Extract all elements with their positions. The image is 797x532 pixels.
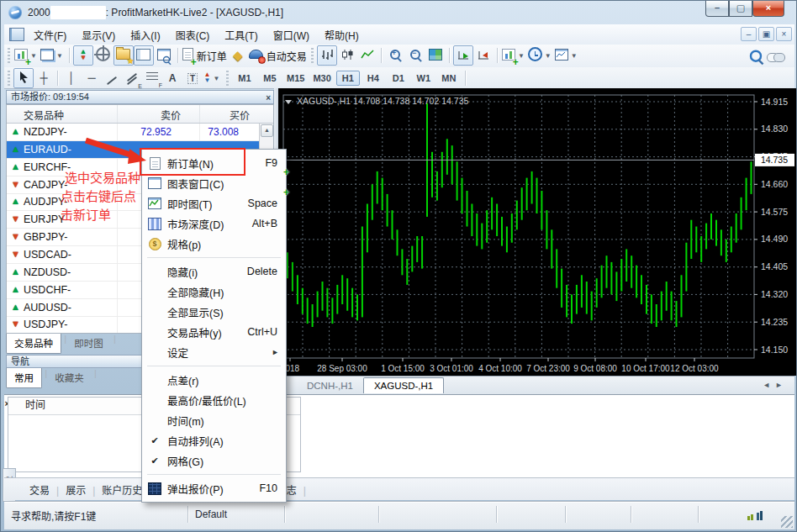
- context-menu-item[interactable]: 全部隐藏(H): [142, 282, 286, 302]
- data-window-button[interactable]: [93, 45, 113, 66]
- zoom-in-button[interactable]: +: [385, 45, 405, 66]
- navigator-tab[interactable]: 常用: [6, 368, 42, 388]
- column-header-buy[interactable]: 买价: [230, 108, 250, 122]
- maximize-button[interactable]: ▢: [729, 1, 752, 17]
- timeframe-button-h1[interactable]: H1: [336, 71, 360, 86]
- market-watch-header-row[interactable]: 交易品种卖价买价: [7, 105, 273, 124]
- search-button[interactable]: [746, 47, 766, 67]
- context-menu-item[interactable]: 即时图(T)Space: [142, 193, 286, 213]
- new-chart-button[interactable]: +▼: [13, 45, 40, 66]
- chart-shift-button[interactable]: [473, 45, 494, 66]
- timeframe-button-h4[interactable]: H4: [362, 71, 385, 86]
- equidistant-channel-button[interactable]: E: [122, 68, 142, 88]
- chevron-down-icon[interactable]: ▼: [30, 52, 37, 60]
- chat-button[interactable]: [766, 47, 786, 67]
- line-chart-button[interactable]: [357, 45, 377, 66]
- market-watch-close-icon[interactable]: ×: [266, 92, 271, 104]
- text-button[interactable]: A: [162, 68, 182, 88]
- child-window-icon[interactable]: [9, 28, 24, 41]
- fibonacci-button[interactable]: F: [142, 68, 162, 88]
- autotrading-button[interactable]: 自动交易: [248, 45, 308, 66]
- metaeditor-button[interactable]: ◆: [228, 45, 248, 66]
- minimize-button[interactable]: –: [705, 1, 729, 17]
- menubar-item[interactable]: 图表(C): [168, 24, 218, 45]
- resize-grip[interactable]: [781, 516, 793, 528]
- zoom-out-icon: −: [410, 50, 420, 62]
- context-menu-item[interactable]: 点差(r): [142, 370, 286, 390]
- up-arrow-icon: ▲: [11, 161, 20, 171]
- periods-button[interactable]: ▼: [527, 45, 554, 66]
- context-menu-item[interactable]: 设定►: [142, 342, 286, 362]
- zoom-out-button[interactable]: −: [405, 45, 425, 66]
- market-watch-button[interactable]: ▲▼: [73, 45, 93, 66]
- chart-tab[interactable]: XAGUSD-,H1: [363, 377, 444, 393]
- menubar-item[interactable]: 显示(V): [74, 24, 123, 45]
- chart-tab-scroll-icons[interactable]: ◄►: [763, 381, 788, 389]
- bar-chart-button[interactable]: [317, 45, 337, 66]
- trendline-button[interactable]: [102, 68, 122, 88]
- tile-windows-button[interactable]: [425, 45, 446, 66]
- menubar-item[interactable]: 窗口(W): [266, 24, 317, 45]
- chart-tab[interactable]: DCNH-,H1: [297, 378, 363, 393]
- context-menu-item[interactable]: 交易品种(y)Ctrl+U: [142, 322, 286, 342]
- context-menu-item[interactable]: +图表窗口(C): [142, 173, 286, 193]
- terminal-button[interactable]: [134, 45, 154, 66]
- context-menu-item[interactable]: 时间(m): [142, 410, 286, 430]
- timeframe-button-m15[interactable]: M15: [283, 71, 308, 86]
- new-order-button[interactable]: +新订单: [182, 45, 228, 66]
- menubar-item[interactable]: 插入(I): [123, 24, 167, 45]
- arrows-button[interactable]: ▲▼▼: [203, 68, 223, 88]
- chevron-down-icon[interactable]: ▼: [518, 52, 525, 60]
- context-menu-item[interactable]: 全部显示(S): [142, 302, 286, 322]
- column-header-symbol[interactable]: 交易品种: [24, 108, 64, 122]
- cursor-button[interactable]: [13, 68, 34, 88]
- timeframe-button-m1[interactable]: M1: [233, 71, 256, 86]
- timeframe-button-d1[interactable]: D1: [387, 71, 410, 86]
- navigator-tab[interactable]: 收藏夹: [47, 368, 92, 387]
- status-profile[interactable]: Default: [195, 508, 227, 520]
- candlestick-button[interactable]: [337, 45, 357, 66]
- strategy-tester-button[interactable]: [154, 45, 174, 66]
- horizontal-line-button[interactable]: ─: [82, 68, 102, 88]
- vertical-line-button[interactable]: │: [61, 68, 82, 88]
- menubar-item[interactable]: 帮助(H): [317, 24, 367, 45]
- timeframe-button-w1[interactable]: W1: [412, 71, 435, 86]
- text-label-button[interactable]: T: [182, 68, 203, 88]
- terminal-tab[interactable]: 展示: [59, 478, 92, 502]
- templates-button[interactable]: ▼: [554, 45, 580, 66]
- context-menu-item[interactable]: 隐藏(i)Delete: [142, 261, 286, 282]
- terminal-tab[interactable]: 交易: [23, 478, 56, 502]
- profiles-button[interactable]: ▼: [40, 45, 66, 66]
- context-menu-item[interactable]: 市场深度(D)Alt+B: [142, 213, 286, 234]
- context-menu-item[interactable]: ✔网格(G): [142, 450, 286, 471]
- market-watch-tab[interactable]: 即时图: [66, 334, 111, 353]
- chevron-down-icon[interactable]: ▼: [214, 75, 220, 82]
- timeframe-button-m5[interactable]: M5: [258, 71, 282, 86]
- indicators-button[interactable]: +▼: [501, 45, 527, 66]
- context-menu-item[interactable]: ✔自动排列(A): [142, 430, 286, 450]
- timeframe-button-m30[interactable]: M30: [309, 71, 334, 86]
- chart-canvas[interactable]: 14.91514.83014.74514.66014.57514.49014.4…: [278, 88, 797, 376]
- column-header-sell[interactable]: 卖价: [161, 108, 181, 122]
- crosshair-button[interactable]: ┼: [34, 68, 54, 88]
- timeframe-button-mn[interactable]: MN: [437, 71, 461, 86]
- auto-scroll-button[interactable]: [453, 45, 473, 66]
- child-restore-button[interactable]: ▣: [758, 27, 774, 41]
- price-chart[interactable]: 14.91514.83014.74514.66014.57514.49014.4…: [278, 88, 797, 376]
- scroll-up-icon[interactable]: ▲: [261, 124, 273, 137]
- context-menu-item[interactable]: $规格(p): [142, 234, 286, 254]
- menubar-item[interactable]: 工具(T): [217, 24, 265, 45]
- context-menu-item[interactable]: 弹出报价(P)F10: [142, 478, 286, 498]
- navigator-button[interactable]: ★: [113, 45, 134, 66]
- context-menu-item[interactable]: 最高价/最低价(L): [142, 390, 286, 410]
- menubar-item[interactable]: 文件(F): [26, 24, 74, 45]
- market-watch-caption[interactable]: 市场报价: 09:19:54 ×: [6, 90, 274, 104]
- chevron-down-icon[interactable]: ▼: [545, 52, 552, 60]
- close-button[interactable]: ×: [752, 1, 784, 17]
- toolbar-grip[interactable]: [311, 48, 314, 63]
- chevron-down-icon[interactable]: ▼: [56, 52, 63, 60]
- chevron-down-icon[interactable]: ▼: [571, 52, 578, 60]
- child-minimize-button[interactable]: –: [741, 27, 757, 41]
- market-watch-tab[interactable]: 交易品种: [6, 334, 61, 354]
- child-close-button[interactable]: ×: [776, 27, 792, 41]
